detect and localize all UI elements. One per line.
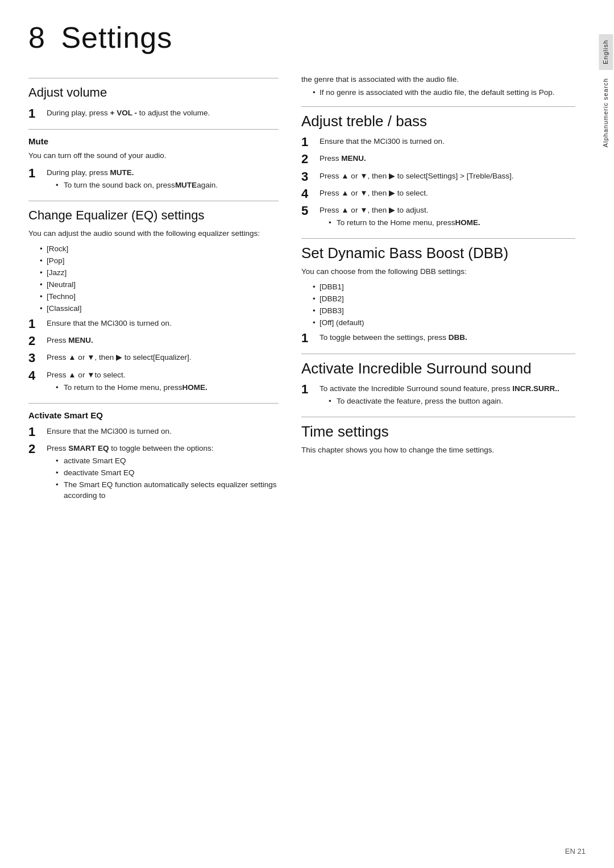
divider-mute bbox=[28, 129, 279, 130]
divider-equalizer bbox=[28, 201, 279, 201]
main-content: 8 Settings Adjust volume 1 During play, … bbox=[0, 0, 598, 868]
step-text: Press ▲ or ▼, then ▶ to select. bbox=[320, 186, 575, 199]
step-text: Press ▲ or ▼, then ▶ to adjust. To retur… bbox=[320, 203, 575, 230]
step-number: 5 bbox=[301, 203, 317, 218]
step-item: 3 Press ▲ or ▼, then ▶ to select[Equaliz… bbox=[28, 351, 279, 366]
bullet-item: The Smart EQ function automatically sele… bbox=[56, 480, 279, 501]
section-title-adjust-volume: Adjust volume bbox=[28, 84, 279, 102]
step-text: To activate the Incredible Surround soun… bbox=[320, 382, 575, 409]
step-item: 2 Press MENU. bbox=[301, 152, 575, 167]
kbd-settings: [Settings] bbox=[426, 172, 458, 180]
step-number: 1 bbox=[301, 331, 317, 346]
smart-eq-sub-bullets: activate Smart EQ deactivate Smart EQ Th… bbox=[56, 456, 279, 501]
step-text: Ensure that the MCi300 is turned on. bbox=[47, 425, 279, 437]
divider-adjust-volume bbox=[28, 78, 279, 78]
divider-smart-eq bbox=[28, 403, 279, 404]
step-item: 4 Press ▲ or ▼, then ▶ to select. bbox=[301, 186, 575, 201]
time-intro: This chapter shows you how to change the… bbox=[301, 445, 575, 456]
step-number: 1 bbox=[28, 166, 44, 181]
section-subtitle-smart-eq: Activate Smart EQ bbox=[28, 409, 279, 421]
list-item: [DBB2] bbox=[313, 294, 575, 305]
steps-dbb: 1 To toggle between the settings, press … bbox=[301, 331, 575, 346]
section-subtitle-mute: Mute bbox=[28, 135, 279, 147]
section-title-treble-bass: Adjust treble / bass bbox=[301, 113, 575, 130]
dbb-settings-list: [DBB1] [DBB2] [DBB3] [Off] (default) bbox=[301, 282, 575, 329]
step-number: 1 bbox=[28, 317, 44, 331]
kbd-mute: MUTE. bbox=[110, 168, 134, 177]
step-item: 5 Press ▲ or ▼, then ▶ to adjust. To ret… bbox=[301, 203, 575, 230]
bullet-item: activate Smart EQ bbox=[56, 456, 279, 467]
list-item: [Off] (default) bbox=[313, 318, 575, 329]
step-number: 4 bbox=[28, 368, 44, 383]
step-item: 1 Ensure that the MCi300 is turned on. bbox=[301, 135, 575, 149]
section-title-equalizer: Change Equalizer (EQ) settings bbox=[28, 207, 279, 225]
step-item: 4 Press ▲ or ▼to select. To return to th… bbox=[28, 368, 279, 395]
page-wrapper: English Alphanumeric search 8 Settings A… bbox=[0, 0, 614, 868]
step-text: To toggle between the settings, press DB… bbox=[320, 331, 575, 343]
kbd-mute-again: MUTE bbox=[175, 180, 197, 191]
step-item: 3 Press ▲ or ▼, then ▶ to select[Setting… bbox=[301, 169, 575, 184]
step-item: 1 During play, press + VOL - to adjust t… bbox=[28, 106, 279, 121]
kbd-menu: MENU. bbox=[68, 336, 93, 344]
chapter-number: 8 bbox=[28, 21, 45, 54]
right-column: the genre that is associated with the au… bbox=[301, 70, 575, 851]
step-number: 2 bbox=[301, 152, 317, 167]
bullet-item: If no genre is associated with the audio… bbox=[313, 88, 575, 98]
steps-treble-bass: 1 Ensure that the MCi300 is turned on. 2… bbox=[301, 135, 575, 230]
step-number: 1 bbox=[301, 135, 317, 149]
steps-surround: 1 To activate the Incredible Surround so… bbox=[301, 382, 575, 409]
step-text: Press MENU. bbox=[320, 152, 575, 164]
list-item: [Classical] bbox=[40, 304, 279, 314]
step-number: 4 bbox=[301, 186, 317, 201]
page-title: 8 Settings bbox=[28, 17, 575, 59]
side-tab-english-label: English bbox=[599, 34, 613, 70]
list-item: [DBB1] bbox=[313, 282, 575, 293]
list-item: [Neutral] bbox=[40, 280, 279, 290]
equalizer-intro: You can adjust the audio sound with the … bbox=[28, 229, 279, 239]
step-item: 1 To toggle between the settings, press … bbox=[301, 331, 575, 346]
bullet-item: deactivate Smart EQ bbox=[56, 468, 279, 479]
step-item: 1 Ensure that the MCi300 is turned on. bbox=[28, 425, 279, 439]
step-text: Press SMART EQ to toggle between the opt… bbox=[47, 442, 279, 502]
kbd-menu-tb: MENU. bbox=[341, 154, 366, 163]
step-item: 2 Press MENU. bbox=[28, 334, 279, 348]
step-item: 1 During play, press MUTE. To turn the s… bbox=[28, 166, 279, 193]
step-text: During play, press MUTE. To turn the sou… bbox=[47, 166, 279, 193]
step-text: Press MENU. bbox=[47, 334, 279, 346]
divider-time bbox=[301, 417, 575, 417]
list-item: [DBB3] bbox=[313, 306, 575, 317]
step-text: Press ▲ or ▼, then ▶ to select[Equalizer… bbox=[47, 351, 279, 363]
steps-equalizer: 1 Ensure that the MCi300 is turned on. 2… bbox=[28, 317, 279, 395]
mute-sub-bullets: To turn the sound back on, press MUTE ag… bbox=[56, 180, 279, 191]
list-item: [Techno] bbox=[40, 292, 279, 302]
list-item: [Pop] bbox=[40, 256, 279, 267]
side-tab-alpha-label: Alphanumeric search bbox=[599, 72, 613, 153]
section-title-time: Time settings bbox=[301, 423, 575, 441]
smart-eq-continuation: the genre that is associated with the au… bbox=[301, 74, 575, 85]
step-text: During play, press + VOL - to adjust the… bbox=[47, 106, 279, 119]
divider-treble-bass bbox=[301, 106, 575, 107]
title-text: Settings bbox=[61, 21, 172, 54]
kbd-home: HOME. bbox=[182, 383, 208, 393]
section-title-surround: Activate Incredible Surround sound bbox=[301, 360, 575, 377]
list-item: [Jazz] bbox=[40, 268, 279, 279]
list-item: [Rock] bbox=[40, 244, 279, 255]
equalizer-settings-list: [Rock] [Pop] [Jazz] [Neutral] [Techno] [… bbox=[28, 244, 279, 314]
bullet-item: To return to the Home menu, press HOME. bbox=[329, 218, 575, 229]
step-number: 2 bbox=[28, 442, 44, 456]
left-column: Adjust volume 1 During play, press + VOL… bbox=[28, 70, 279, 851]
step-item: 1 To activate the Incredible Surround so… bbox=[301, 382, 575, 409]
step-number: 1 bbox=[28, 106, 44, 121]
step-number: 3 bbox=[28, 351, 44, 366]
step-text: Ensure that the MCi300 is turned on. bbox=[47, 317, 279, 329]
step-item: 2 Press SMART EQ to toggle between the o… bbox=[28, 442, 279, 502]
kbd-treble-bass: [Treble/Bass]. bbox=[467, 172, 514, 180]
treble-bass-sub-bullets: To return to the Home menu, press HOME. bbox=[329, 218, 575, 229]
page-footer: EN 21 bbox=[565, 846, 586, 857]
divider-surround bbox=[301, 354, 575, 354]
divider-dbb bbox=[301, 238, 575, 239]
dbb-intro: You can choose from the following DBB se… bbox=[301, 267, 575, 277]
kbd-home-tb: HOME. bbox=[455, 218, 480, 229]
steps-mute: 1 During play, press MUTE. To turn the s… bbox=[28, 166, 279, 193]
kbd-smart-eq: SMART EQ bbox=[68, 444, 109, 452]
